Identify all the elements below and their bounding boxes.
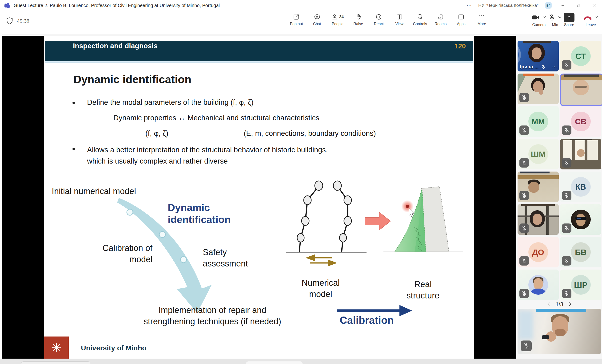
camera-chevron-icon[interactable] [542, 15, 546, 20]
mic-muted-badge [562, 223, 571, 233]
controls-shield-icon [416, 13, 423, 21]
slide-bullet-2: Allows a better interpretation of the st… [87, 144, 328, 167]
label-calibration: Calibration [340, 314, 394, 326]
view-icon [396, 13, 403, 21]
label-calibration-of-model: Calibration ofmodel [77, 242, 152, 265]
chat-button[interactable]: Chat [310, 13, 325, 26]
toolbar-divider [579, 14, 579, 29]
mic-muted-badge [562, 60, 571, 70]
controls-button[interactable]: Controls [412, 13, 428, 26]
taskbar-edge [0, 359, 602, 364]
mic-chevron-icon[interactable] [558, 15, 562, 20]
close-button[interactable] [589, 1, 599, 10]
participant-photo-tile[interactable] [517, 270, 559, 300]
people-icon: 34 [332, 13, 344, 21]
mic-muted-badge [562, 158, 571, 167]
bullet-dot [73, 102, 75, 104]
popout-button[interactable]: Pop out [289, 13, 304, 26]
bullet-dot [73, 148, 75, 150]
participant-initials: КВ [571, 177, 591, 197]
more-button[interactable]: More [474, 13, 489, 26]
titlebar-more-icon[interactable]: ⋯ [466, 2, 472, 9]
slide-params-left: (f, φ, ζ) [145, 129, 168, 138]
teams-icon: T [4, 2, 10, 9]
org-name: НУ "Чернігівська політехніка" [478, 3, 538, 8]
account-avatar[interactable]: БГ [545, 2, 552, 9]
svg-text:T: T [5, 5, 7, 7]
label-real-structure: Realstructure [398, 279, 448, 301]
mic-muted-badge [519, 125, 529, 135]
slide-params-right: (E, m, connections, boundary conditions) [244, 129, 376, 138]
participant-video-tile[interactable]: Ірина ... ⋯ [517, 41, 559, 72]
letterbox-right [474, 36, 516, 359]
minimize-button[interactable] [558, 1, 568, 10]
slide-title: Dynamic identification [73, 73, 191, 86]
meeting-title: Guest Lecture 2. Paulo B. Lourenco, Prof… [14, 3, 220, 8]
apps-button[interactable]: Apps [453, 13, 469, 26]
active-speaker-tile[interactable] [560, 73, 602, 106]
raise-hand-button[interactable]: Raise [351, 13, 366, 26]
teams-meeting-window: T Guest Lecture 2. Paulo B. Lourenco, Pr… [0, 0, 602, 364]
rooms-button[interactable]: Rooms [433, 13, 448, 26]
laser-pointer-glow [401, 200, 414, 212]
meeting-timer: 49:36 [17, 18, 29, 24]
letterbox-left [2, 36, 44, 359]
participant-avatar-tile[interactable]: ШР [560, 270, 601, 300]
participant-avatar-tile[interactable]: СВ [560, 106, 601, 137]
rooms-icon [437, 13, 444, 21]
restore-button[interactable] [574, 1, 583, 10]
page-prev-icon[interactable] [547, 302, 550, 307]
participant-video-tile[interactable] [560, 139, 601, 169]
mouse-cursor [409, 208, 414, 217]
slide-relation-line: Dynamic properties ↔ Mechanical and stru… [113, 114, 319, 122]
leave-button[interactable]: Leave [583, 13, 598, 27]
label-safety-assessment: Safetyassessment [203, 247, 248, 269]
gallery-pagination: 1/3 [517, 300, 601, 308]
page-indicator: 1/3 [556, 301, 563, 308]
participant-avatar-tile[interactable]: ШМ [517, 139, 559, 169]
participant-initials: БВ [571, 242, 591, 262]
university-logo: ✳ [44, 336, 69, 359]
tile-more-icon[interactable]: ⋯ [552, 64, 557, 70]
page-next-icon[interactable] [568, 302, 572, 307]
share-icon [564, 13, 574, 22]
participant-avatar-tile[interactable]: CT [560, 41, 601, 72]
slide-bullet-1: Define the modal parameters of the build… [87, 98, 254, 107]
mic-muted-badge [519, 93, 529, 102]
more-icon [478, 13, 485, 21]
label-numerical-model: Numericalmodel [295, 277, 346, 300]
apps-icon [458, 13, 465, 21]
people-button[interactable]: 34 People [330, 13, 345, 26]
react-button[interactable]: React [371, 13, 386, 26]
taskbar-item [246, 361, 302, 364]
raise-hand-icon [355, 13, 362, 21]
participant-initials: СВ [571, 112, 591, 131]
mic-muted-badge [562, 125, 571, 135]
camera-button[interactable]: Camera [532, 13, 546, 27]
participant-video-tile[interactable] [517, 73, 559, 104]
spotlight-video-tile[interactable] [517, 309, 601, 354]
share-button[interactable]: Share [564, 13, 574, 27]
react-icon [375, 13, 382, 21]
label-initial-model: Initial numerical model [52, 186, 136, 197]
leave-chevron-icon[interactable] [594, 15, 598, 20]
participant-avatar-tile[interactable]: КВ [560, 172, 601, 202]
participant-photo-tile[interactable] [560, 204, 601, 235]
mic-muted-badge [562, 289, 571, 298]
participant-count: 34 [339, 15, 344, 19]
mic-button[interactable]: Mic [548, 13, 562, 27]
participant-video-tile[interactable] [517, 172, 559, 202]
view-button[interactable]: View [392, 13, 407, 26]
window-titlebar: T Guest Lecture 2. Paulo B. Lourenco, Pr… [0, 0, 602, 11]
shield-icon [6, 17, 13, 25]
participant-avatar-tile[interactable]: БВ [560, 237, 601, 267]
participant-avatar-tile[interactable]: MM [517, 106, 559, 137]
mic-muted-badge [519, 256, 529, 266]
label-dynamic-identification: Dynamicidentification [168, 202, 231, 225]
participant-avatar-tile[interactable]: ДО [517, 237, 559, 267]
participant-video-tile[interactable] [517, 204, 559, 235]
university-name: University of Minho [81, 344, 146, 352]
participant-photo [571, 210, 591, 229]
meeting-toolbar: 49:36 Pop out Chat [0, 11, 602, 34]
participant-initials: ШМ [528, 144, 548, 164]
